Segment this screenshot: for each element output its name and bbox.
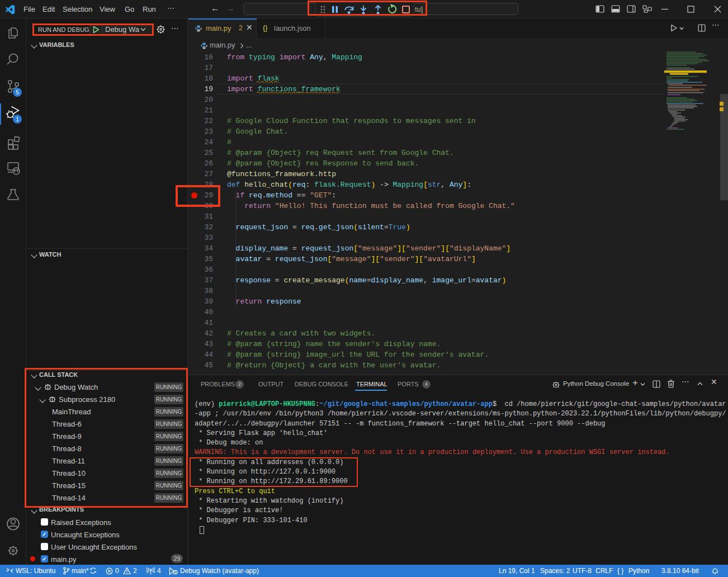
- svg-text:5: 5: [16, 89, 19, 96]
- svg-text:1: 1: [16, 116, 19, 122]
